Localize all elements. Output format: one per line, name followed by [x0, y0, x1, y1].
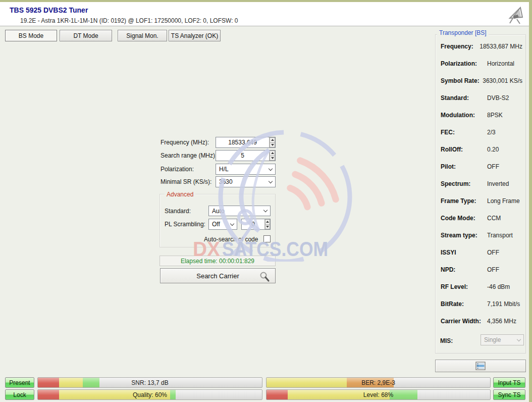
mis-value: Single	[481, 336, 514, 343]
level-gauge: Level: 68%	[266, 389, 491, 400]
pl-code-input[interactable]	[242, 219, 264, 229]
chevron-down-icon	[261, 210, 270, 212]
present-indicator[interactable]: Present	[5, 377, 34, 388]
field-label: Spectrum:	[441, 180, 487, 187]
input-ts-indicator[interactable]: Input TS	[493, 377, 525, 388]
spinner-up-icon[interactable]	[270, 137, 275, 143]
pl-code-field	[241, 219, 271, 230]
field-label: Frame Type:	[441, 197, 487, 205]
sync-ts-label: Sync TS	[498, 391, 520, 398]
transponder-field-row: ISSYI OFF	[441, 249, 522, 256]
search-range-label: Search range (MHz):	[161, 152, 217, 159]
polarization-value: H/L	[216, 166, 266, 173]
field-label: FEC:	[441, 129, 487, 136]
autosearch-label: Auto-search of code	[204, 236, 258, 243]
spinner-down-icon[interactable]	[270, 156, 275, 161]
spinner-up-icon[interactable]	[265, 219, 270, 225]
transponder-field-row: Symbol Rate: 3630,001 KS/s	[441, 77, 522, 84]
field-value: 0.20	[487, 146, 499, 153]
transponder-field-row: Polarization: Horizontal	[441, 60, 522, 67]
search-range-input[interactable]	[216, 150, 269, 161]
chevron-down-icon	[266, 169, 275, 170]
minimal-sr-label: Minimal SR (KS/s):	[161, 178, 211, 185]
field-label: NPD:	[441, 266, 487, 273]
elapsed-time-box: Elapsed time: 00:00:01:829	[159, 256, 276, 266]
autosearch-checkbox[interactable]	[263, 235, 271, 242]
search-range-stepper	[269, 150, 275, 161]
lock-indicator[interactable]: Lock	[5, 389, 34, 400]
transponder-field-row: Standard: DVB-S2	[441, 94, 522, 102]
pl-scrambling-select[interactable]: Off	[208, 219, 237, 230]
transponder-list-icon	[475, 362, 486, 370]
chevron-down-icon	[266, 181, 275, 183]
pl-code-stepper	[264, 219, 270, 229]
field-label: RollOff:	[441, 146, 487, 153]
field-label: ISSYI	[441, 249, 487, 256]
field-value: DVB-S2	[487, 94, 509, 102]
field-value: Horizontal	[487, 60, 514, 67]
present-label: Present	[9, 379, 30, 386]
tab-dt-mode[interactable]: DT Mode	[60, 30, 112, 41]
field-label: Stream type:	[441, 232, 487, 239]
header: TBS 5925 DVBS2 Tuner 19.2E - Astra 1KR-1…	[0, 2, 529, 26]
tab-ts-analyzer[interactable]: TS Analyzer (OK)	[169, 30, 221, 41]
field-value: 4,356 MHz	[487, 318, 516, 325]
field-value: CCM	[487, 215, 501, 222]
field-value: OFF	[487, 249, 499, 256]
field-label: Standard:	[441, 94, 487, 102]
transponder-field-row: RF Level: -46 dBm	[441, 283, 522, 290]
transponder-field-row: Spectrum: Inverted	[441, 180, 522, 187]
polarization-select[interactable]: H/L	[216, 164, 276, 175]
minimal-sr-select[interactable]: 3630	[216, 176, 276, 187]
spinner-up-icon[interactable]	[270, 150, 275, 156]
window-border-right	[529, 0, 532, 402]
field-value: OFF	[487, 163, 499, 170]
chevron-down-icon	[514, 339, 523, 341]
transponder-panel-title: Transponder [BS]	[437, 29, 489, 36]
standard-select[interactable]: Auto	[208, 206, 271, 216]
transponder-field-row: BitRate: 7,191 Mbit/s	[441, 300, 522, 308]
transponder-field-row: Modulation: 8PSK	[441, 112, 522, 119]
field-value: Transport	[487, 232, 513, 239]
magnifier-icon	[259, 271, 270, 282]
frequency-input[interactable]	[216, 137, 269, 147]
quality-gauge: Quality: 60%	[37, 389, 262, 400]
standard-label: Standard:	[165, 208, 191, 215]
field-value: 7,191 Mbit/s	[487, 300, 520, 308]
polarization-label: Polarization:	[161, 166, 194, 173]
mis-select: Single	[481, 334, 524, 345]
field-label: Frequency:	[441, 43, 480, 50]
field-label: BitRate:	[441, 300, 487, 308]
sync-ts-indicator[interactable]: Sync TS	[493, 389, 525, 400]
field-value: 3630,001 KS/s	[483, 77, 522, 84]
input-ts-label: Input TS	[498, 379, 520, 386]
tab-label: DT Mode	[73, 32, 98, 39]
field-value: OFF	[487, 266, 499, 273]
field-value: Long Frame	[487, 197, 520, 205]
field-value: 18533,687 MHz	[480, 43, 522, 50]
ber-gauge: BER: 2,9E-3	[266, 377, 491, 388]
field-label: Pilot:	[441, 163, 487, 170]
tab-bs-mode[interactable]: BS Mode	[5, 30, 57, 41]
field-value: Inverted	[487, 180, 509, 187]
transponder-list-button[interactable]	[435, 360, 526, 372]
satellite-dish-icon	[505, 5, 526, 25]
tuner-window: TBS 5925 DVBS2 Tuner 19.2E - Astra 1KR-1…	[0, 0, 532, 402]
transponder-panel: Frequency: 18533,687 MHz Polarization: H…	[435, 34, 526, 354]
pl-scrambling-value: Off	[209, 221, 228, 228]
field-value: 8PSK	[487, 112, 503, 119]
transponder-field-row: Carrier Width: 4,356 MHz	[441, 318, 522, 325]
tab-signal-monitor[interactable]: Signal Mon.	[118, 30, 167, 41]
field-label: Polarization:	[441, 60, 487, 67]
spinner-down-icon[interactable]	[265, 225, 270, 230]
transponder-field-row: Code Mode: CCM	[441, 215, 522, 222]
window-border-top	[0, 0, 532, 2]
spinner-down-icon[interactable]	[270, 143, 275, 148]
search-carrier-button[interactable]: Search Carrier	[160, 268, 276, 283]
search-carrier-label: Search Carrier	[196, 272, 239, 280]
field-label: RF Level:	[441, 283, 487, 290]
app-title: TBS 5925 DVBS2 Tuner	[10, 6, 88, 14]
search-range-field	[216, 150, 276, 161]
field-label: Symbol Rate:	[441, 77, 483, 84]
transponder-field-row: RollOff: 0.20	[441, 146, 522, 153]
